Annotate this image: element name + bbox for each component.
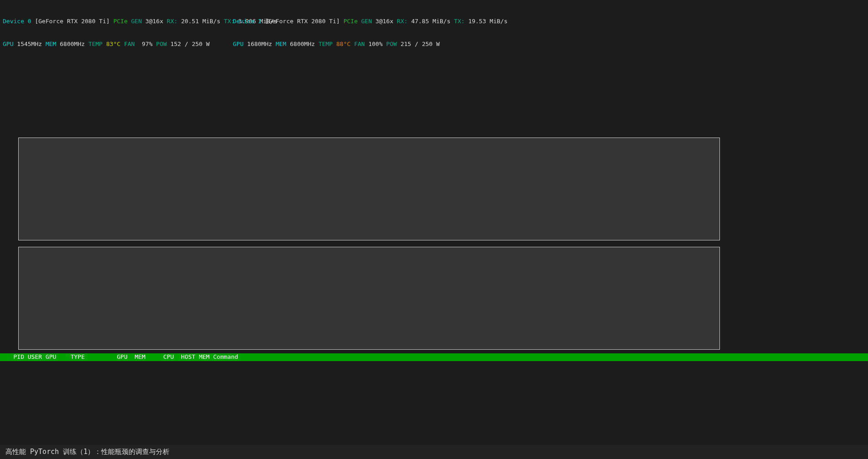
chart-gpu23 [5, 247, 863, 350]
proc-header: PID USER GPU TYPE GPU MEM CPU HOST MEM C… [0, 353, 868, 361]
chart-gpu01 [5, 138, 863, 240]
device-stats: Device 0 [GeForce RTX 2080 Ti] PCIe GEN … [0, 0, 868, 136]
footer-caption: 高性能 PyTorch 训练（1）：性能瓶颈的调查与分析 [0, 445, 868, 459]
process-table: PID USER GPU TYPE GPU MEM CPU HOST MEM C… [0, 353, 868, 361]
